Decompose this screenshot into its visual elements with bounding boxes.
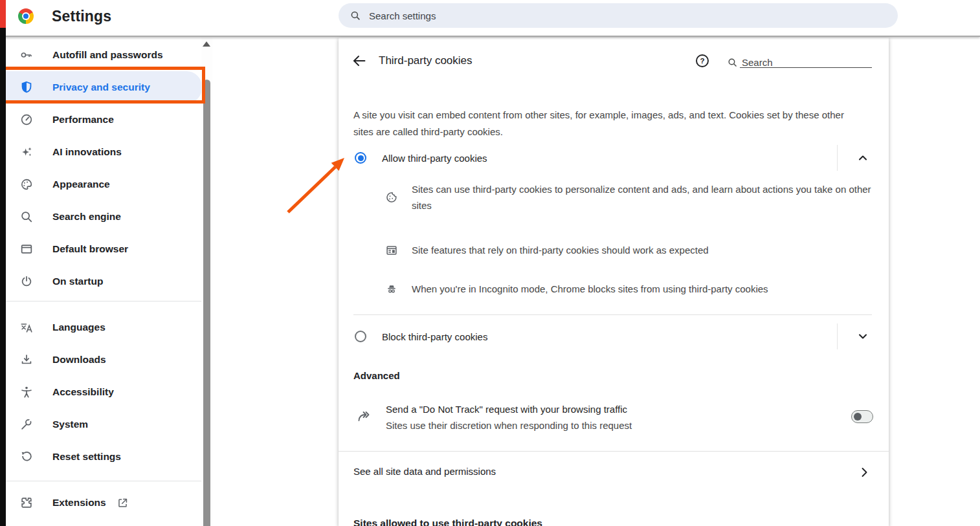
- inpage-search-underline: [740, 67, 872, 68]
- browser-icon: [19, 241, 34, 257]
- sidebar-scrollbar[interactable]: [201, 38, 212, 526]
- app-header: Settings Search settings: [0, 0, 980, 37]
- sidebar-item-privacy-and-security[interactable]: Privacy and security: [6, 71, 202, 104]
- sidebar-item-label: Search engine: [52, 211, 121, 223]
- sidebar-item-reset-settings[interactable]: Reset settings: [6, 441, 202, 473]
- option-label: Allow third-party cookies: [382, 153, 487, 164]
- search-icon: [19, 209, 34, 225]
- radio-allow-selected[interactable]: [355, 152, 366, 164]
- sidebar-item-label: Appearance: [52, 179, 110, 190]
- translate-icon: [19, 320, 34, 335]
- sidebar-item-label: Downloads: [52, 354, 106, 366]
- allow-detail-row: Sites can use third-party cookies to per…: [339, 181, 872, 214]
- sidebar-item-label: On startup: [52, 276, 103, 287]
- back-arrow-icon: [351, 53, 367, 69]
- page-title: Third-party cookies: [379, 54, 473, 67]
- sites-allowed-heading: Sites allowed to use third-party cookies: [353, 518, 542, 526]
- sidebar-item-search-engine[interactable]: Search engine: [6, 201, 202, 233]
- sidebar-item-autofill-and-passwords[interactable]: Autofill and passwords: [6, 39, 202, 71]
- page-description: A site you visit can embed content from …: [353, 107, 866, 140]
- download-icon: [19, 352, 34, 367]
- sidebar-divider: [6, 301, 202, 301]
- see-all-site-data-label: See all site data and permissions: [353, 466, 496, 477]
- key-icon: [19, 47, 34, 63]
- chrome-logo-icon: [18, 8, 34, 24]
- app-title: Settings: [52, 8, 111, 25]
- sidebar-item-label: Privacy and security: [52, 82, 150, 93]
- sidebar-item-downloads[interactable]: Downloads: [6, 344, 202, 376]
- sidebar-item-label: Reset settings: [52, 451, 121, 463]
- sidebar-item-label: Languages: [52, 322, 106, 333]
- sidebar-nav: Autofill and passwordsPrivacy and securi…: [6, 38, 202, 526]
- do-not-track-title: Send a "Do Not Track" request with your …: [386, 404, 627, 415]
- option-allow-third-party-cookies[interactable]: Allow third-party cookies: [339, 145, 872, 171]
- scrollbar-up-arrow[interactable]: [203, 41, 210, 47]
- sidebar-item-label: Autofill and passwords: [52, 49, 163, 61]
- option-block-third-party-cookies[interactable]: Block third-party cookies: [339, 323, 872, 349]
- sidebar-item-languages[interactable]: Languages: [6, 311, 202, 344]
- site-features-icon: [384, 243, 399, 258]
- advanced-section-label: Advanced: [353, 370, 400, 381]
- cookie-icon: [384, 190, 399, 204]
- allow-detail-text: When you're in Incognito mode, Chrome bl…: [412, 281, 872, 297]
- help-icon: ?: [695, 53, 710, 69]
- search-icon: [727, 57, 738, 68]
- sidebar-item-label: Accessibility: [52, 386, 114, 398]
- screen-edge-black-strip: [0, 28, 6, 526]
- reset-icon: [19, 449, 34, 465]
- allow-option-details: Sites can use third-party cookies to per…: [339, 181, 872, 297]
- allow-detail-row: Site features that rely on third-party c…: [339, 242, 872, 258]
- incognito-icon: [384, 282, 399, 296]
- chevron-down-icon: [855, 329, 871, 344]
- chevron-right-icon: [856, 465, 872, 480]
- collapse-allow-button[interactable]: [855, 150, 871, 166]
- sidebar-item-label: Performance: [52, 114, 114, 126]
- sidebar-divider: [6, 481, 202, 481]
- divider: [339, 451, 889, 452]
- scrollbar-thumb[interactable]: [203, 80, 210, 526]
- speedometer-icon: [19, 112, 34, 127]
- shield-icon: [19, 80, 34, 95]
- sidebar-item-accessibility[interactable]: Accessibility: [6, 376, 202, 408]
- puzzle-icon: [19, 495, 34, 510]
- sidebar-item-performance[interactable]: Performance: [6, 104, 202, 136]
- wrench-icon: [19, 417, 34, 432]
- divider: [353, 314, 872, 315]
- divider: [837, 323, 838, 349]
- do-not-track-subtitle: Sites use their discretion when respondi…: [386, 420, 632, 431]
- toggle-knob: [854, 413, 862, 421]
- allow-detail-text: Site features that rely on third-party c…: [412, 242, 872, 258]
- sidebar-item-label: Default browser: [52, 243, 128, 255]
- divider: [837, 145, 838, 171]
- sidebar-item-default-browser[interactable]: Default browser: [6, 233, 202, 265]
- sidebar-item-extensions[interactable]: Extensions: [6, 487, 202, 519]
- sidebar-item-on-startup[interactable]: On startup: [6, 265, 202, 298]
- expand-block-button[interactable]: [855, 329, 871, 344]
- third-party-cookies-panel: Third-party cookies ? Search A site you …: [339, 38, 889, 526]
- back-button[interactable]: [351, 53, 367, 69]
- see-all-site-data-row[interactable]: See all site data and permissions: [339, 457, 889, 489]
- accessibility-icon: [19, 384, 34, 400]
- sidebar-item-label: System: [52, 419, 88, 430]
- sidebar-item-label: Extensions: [52, 497, 106, 509]
- option-label: Block third-party cookies: [382, 331, 487, 342]
- external-link-icon: [117, 497, 129, 509]
- search-icon: [350, 10, 361, 21]
- radio-block-unselected[interactable]: [355, 331, 366, 342]
- svg-text:?: ?: [700, 57, 704, 65]
- do-not-track-toggle[interactable]: [851, 410, 873, 423]
- power-icon: [19, 274, 34, 289]
- settings-search-placeholder: Search settings: [369, 10, 436, 21]
- help-button[interactable]: ?: [695, 53, 710, 69]
- sidebar-item-appearance[interactable]: Appearance: [6, 168, 202, 201]
- do-not-track-icon: [356, 409, 372, 424]
- inpage-search-label: Search: [742, 57, 773, 68]
- sidebar-item-label: AI innovations: [52, 146, 122, 158]
- sidebar-item-system[interactable]: System: [6, 408, 202, 441]
- palette-icon: [19, 177, 34, 192]
- sidebar-item-ai-innovations[interactable]: AI innovations: [6, 136, 202, 168]
- settings-search-input[interactable]: Search settings: [339, 3, 898, 28]
- sparkle-icon: [19, 144, 34, 160]
- screen-edge-red-strip: [0, 0, 6, 28]
- allow-detail-text: Sites can use third-party cookies to per…: [412, 181, 872, 214]
